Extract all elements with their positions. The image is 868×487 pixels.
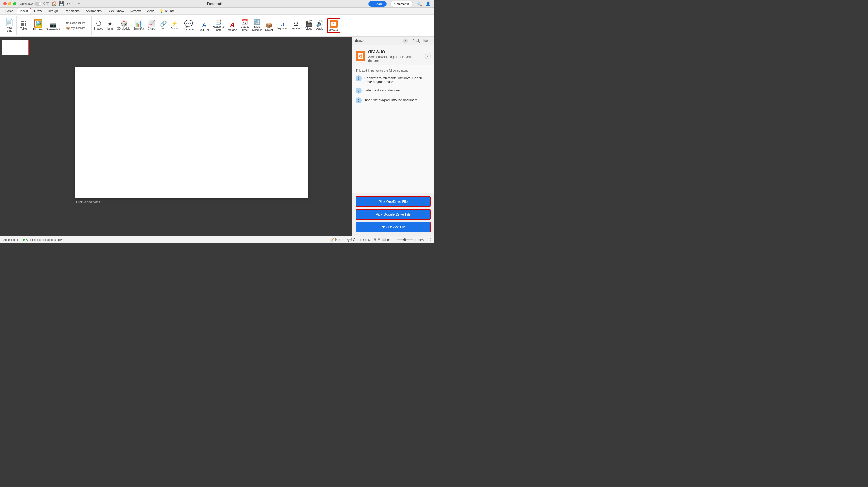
zoom-out-icon[interactable]: − <box>393 238 395 241</box>
new-slide-label: New Slide <box>6 26 12 33</box>
search-icon[interactable]: 🔍 <box>416 1 422 6</box>
icons-button[interactable]: ★ Icons <box>105 20 115 31</box>
chart-button[interactable]: 📈 Chart <box>146 20 156 31</box>
menu-home[interactable]: Home <box>2 8 16 14</box>
autosave-state: OFF <box>43 2 49 5</box>
comments-button[interactable]: Comments <box>390 1 413 7</box>
notes-label[interactable]: Notes <box>335 237 344 241</box>
addins-icon: 📦 <box>66 26 71 30</box>
symbol-button[interactable]: Ω Symbol <box>290 20 301 31</box>
zoom-in-icon[interactable]: + <box>414 238 416 241</box>
textbox-button[interactable]: A Text Box <box>198 21 211 33</box>
menu-tell-me[interactable]: 💡 Tell me <box>157 8 177 14</box>
ribbon-group-images: 🖼️ Pictures 📷 Screenshot <box>31 16 62 35</box>
comments-view-icons: 💬 Comments <box>347 237 370 241</box>
menu-review[interactable]: Review <box>127 8 143 14</box>
3d-models-button[interactable]: 🎲 3D Models <box>116 20 131 31</box>
menu-transitions[interactable]: Transitions <box>61 8 82 14</box>
close-panel-button[interactable]: × <box>403 38 408 43</box>
autosave-area: AutoSave OFF <box>20 2 49 6</box>
audio-button[interactable]: 🔊 Audio <box>315 20 325 31</box>
customize-icon[interactable]: ▾ <box>78 2 80 6</box>
symbol-icon: Ω <box>294 21 298 26</box>
smartart-icon: 📊 <box>135 21 143 27</box>
get-addins-button[interactable]: 🛍 Get Add-ins <box>65 21 87 25</box>
shapes-button[interactable]: ⬠ Shapes <box>93 20 104 31</box>
link-icon: 🔗 <box>160 21 167 26</box>
close-button[interactable] <box>3 2 6 5</box>
normal-view-icon[interactable]: ▦ <box>373 237 376 241</box>
share-button[interactable]: ↑ Share <box>368 1 386 6</box>
object-button[interactable]: 📦 Object <box>264 22 274 33</box>
menu-animations[interactable]: Animations <box>83 8 104 14</box>
drawio-panel-subtitle: Adds draw.io diagrams to yourdocument. <box>368 55 412 63</box>
panel-buttons: Pick OneDrive File Pick Google Drive Fil… <box>352 193 434 236</box>
account-icon[interactable]: 👤 <box>426 1 431 6</box>
wordart-button[interactable]: A WordArt <box>226 21 239 33</box>
equation-button[interactable]: π Equation <box>276 20 289 31</box>
ribbon-group-tables: Table <box>17 16 31 35</box>
slide-thumbnail-container: 1 <box>2 40 30 55</box>
menu-view[interactable]: View <box>144 8 156 14</box>
autosave-toggle[interactable] <box>34 2 42 6</box>
video-button[interactable]: 🎬 Video <box>304 20 314 31</box>
pictures-button[interactable]: 🖼️ Pictures <box>32 19 44 32</box>
comments-view-icon[interactable]: 💬 <box>347 237 352 241</box>
date-time-icon: 📅 <box>241 19 248 25</box>
undo-icon[interactable]: ↩ <box>67 1 70 6</box>
wordart-icon: A <box>230 22 235 28</box>
action-button[interactable]: ⚡ Action <box>169 20 179 31</box>
new-slide-button[interactable]: 📄 New Slide <box>3 18 15 33</box>
fit-slide-icon[interactable]: ⛶ <box>427 237 431 242</box>
lightbulb-icon: 💡 <box>159 9 163 13</box>
title-bar: AutoSave OFF 🏠 💾 ↩ ↪ ▾ Presentation1 ↑ S… <box>0 0 434 8</box>
header-footer-button[interactable]: 📑 Header & Footer <box>212 19 225 33</box>
ribbon-group-comments: 💬 Comment <box>180 16 197 35</box>
link-button[interactable]: 🔗 Link <box>158 20 168 31</box>
slide-sorter-icon[interactable]: ⊞ <box>378 237 380 241</box>
slide-info: Slide 1 of 1 <box>3 238 18 241</box>
reading-view-icon[interactable]: 📖 <box>382 237 386 241</box>
comments-view-label[interactable]: Comments <box>353 237 370 241</box>
info-icon[interactable]: i <box>425 53 431 59</box>
my-addins-button[interactable]: 📦 My Add-ins ▾ <box>65 26 89 30</box>
slide-canvas[interactable] <box>75 67 308 198</box>
slideshow-icon[interactable]: ▶ <box>387 237 390 241</box>
menu-slideshow[interactable]: Slide Show <box>105 8 127 14</box>
notes-toggle[interactable]: 📝 <box>330 237 334 241</box>
comment-button[interactable]: 💬 Comment <box>182 19 195 32</box>
date-time-button[interactable]: 📅 Date & Time <box>240 19 250 33</box>
slide-thumbnail[interactable] <box>2 40 29 55</box>
design-ideas-tab[interactable]: Design Ideas <box>412 39 431 42</box>
ribbon-group-addins: 🛍 Get Add-ins 📦 My Add-ins ▾ <box>62 16 92 35</box>
smartart-button[interactable]: 📊 SmartArt <box>132 20 145 31</box>
ribbon-group-slides: 📄 New Slide <box>2 16 17 35</box>
drawio-tab[interactable]: draw.io <box>355 39 401 42</box>
addin-status-text: Add-ins loaded successfully <box>26 238 63 241</box>
minimize-button[interactable] <box>8 2 11 5</box>
pick-device-button[interactable]: Pick Device File <box>355 222 431 232</box>
redo-icon[interactable]: ↪ <box>72 1 76 6</box>
ribbon-group-illustrations: ⬠ Shapes ★ Icons 🎲 3D Models 📊 SmartArt … <box>92 16 157 35</box>
view-icons: 📝 Notes <box>330 237 344 241</box>
save-icon[interactable]: 💾 <box>59 1 65 6</box>
menu-insert[interactable]: Insert <box>17 8 31 14</box>
slide-number-button[interactable]: 🔢 Slide Number <box>251 19 263 33</box>
home-icon[interactable]: 🏠 <box>52 1 57 6</box>
notes-placeholder[interactable]: Click to add notes <box>76 200 100 204</box>
shapes-icon: ⬠ <box>96 21 101 27</box>
panel-steps: This add-in performs the following steps… <box>352 65 434 193</box>
table-button[interactable]: Table <box>18 20 30 31</box>
drawio-button[interactable]: d draw.io <box>327 19 340 33</box>
menu-draw[interactable]: Draw <box>31 8 44 14</box>
pick-google-button[interactable]: Pick Google Drive File <box>355 209 431 220</box>
status-right: 📝 Notes 💬 Comments ▦ ⊞ 📖 ▶ − + 99% ⛶ <box>330 237 431 242</box>
screenshot-button[interactable]: 📷 Screenshot <box>45 21 61 32</box>
zoom-slider[interactable] <box>397 239 413 240</box>
pick-onedrive-button[interactable]: Pick OneDrive File <box>355 196 431 207</box>
pictures-icon: 🖼️ <box>33 20 43 27</box>
menu-design[interactable]: Design <box>45 8 61 14</box>
panel-header: draw.io × Design Ideas <box>352 37 434 45</box>
window-title: Presentation1 <box>207 2 227 6</box>
maximize-button[interactable] <box>13 2 16 5</box>
